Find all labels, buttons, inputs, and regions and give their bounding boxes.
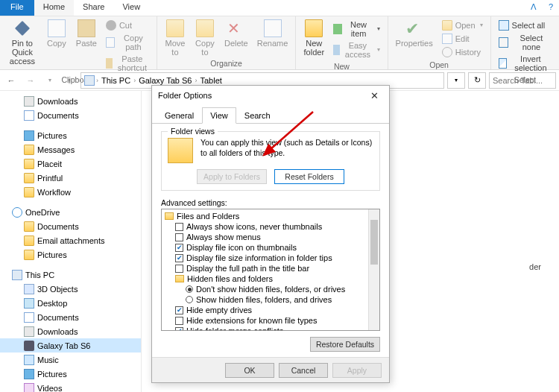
tree-workflow[interactable]: Workflow — [0, 185, 141, 199]
tree-music[interactable]: Music — [0, 353, 141, 367]
advanced-settings-list[interactable]: Files and Folders Always show icons, nev… — [161, 209, 380, 331]
tab-view[interactable]: View — [202, 107, 236, 124]
tree-od-documents[interactable]: Documents — [0, 219, 141, 233]
select-all-button[interactable]: Select all — [497, 19, 553, 31]
open-button[interactable]: Open▾ — [440, 19, 484, 31]
delete-icon: ✕ — [227, 19, 245, 37]
select-none-button[interactable]: Select none — [497, 33, 553, 52]
tree-desktop[interactable]: Desktop — [0, 296, 141, 310]
checkbox-icon[interactable]: ✔ — [175, 327, 183, 332]
videos-icon — [24, 383, 34, 393]
delete-button[interactable]: ✕Delete — [220, 18, 253, 49]
dialog-titlebar[interactable]: Folder Options ✕ — [152, 86, 389, 105]
adv-option[interactable]: Display the full path in the title bar — [165, 263, 378, 274]
scrollbar[interactable] — [368, 209, 379, 330]
tree-od-pictures[interactable]: Pictures — [0, 247, 141, 262]
pc-icon — [84, 75, 95, 86]
folder-icon — [24, 173, 34, 183]
ok-button[interactable]: OK — [225, 363, 274, 378]
checkbox-icon[interactable] — [175, 265, 183, 273]
file-menu[interactable]: File — [0, 0, 34, 16]
crumb-this-pc[interactable]: This PC — [100, 76, 132, 85]
adv-radio[interactable]: Show hidden files, folders, and drives — [165, 294, 378, 305]
copy-button[interactable]: Copy — [42, 18, 72, 49]
rename-button[interactable]: Rename — [253, 18, 293, 49]
checkbox-icon[interactable] — [175, 317, 183, 325]
checkbox-icon[interactable]: ✔ — [175, 306, 183, 314]
new-folder-button[interactable]: New folder — [299, 18, 329, 58]
tree-3d-objects[interactable]: 3D Objects — [0, 282, 141, 296]
tree-documents[interactable]: Documents — [0, 108, 141, 122]
restore-defaults-button[interactable]: Restore Defaults — [310, 337, 380, 352]
tab-view[interactable]: View — [113, 0, 149, 16]
invert-selection-button[interactable]: Invert selection — [497, 54, 553, 73]
radio-icon[interactable] — [186, 285, 193, 293]
help-icon[interactable]: ? — [543, 0, 559, 16]
reset-folders-button[interactable]: Reset Folders — [274, 169, 344, 184]
checkbox-icon[interactable]: ✔ — [175, 254, 183, 262]
tree-printful[interactable]: Printful — [0, 171, 141, 185]
tree-pc-downloads[interactable]: Downloads — [0, 324, 141, 338]
ribbon-collapse-icon[interactable]: ᐱ — [525, 0, 543, 16]
tree-messages[interactable]: Messages — [0, 142, 141, 157]
folder-views-icon — [168, 138, 193, 163]
tree-galaxy-tab[interactable]: Galaxy Tab S6 — [0, 338, 141, 353]
tree-onedrive[interactable]: OneDrive — [0, 205, 141, 219]
back-button[interactable]: ← — [3, 72, 19, 89]
tree-placeit[interactable]: Placeit — [0, 157, 141, 171]
crumb-galaxy[interactable]: Galaxy Tab S6 — [137, 76, 193, 85]
checkbox-icon[interactable] — [175, 223, 183, 231]
adv-option[interactable]: ✔Hide folder merge conflicts — [165, 326, 378, 331]
tree-pc-documents[interactable]: Documents — [0, 310, 141, 324]
refresh-button[interactable]: ▾ — [447, 72, 465, 89]
checkbox-icon[interactable]: ✔ — [175, 244, 183, 252]
refresh-button-2[interactable]: ↻ — [468, 72, 486, 89]
adv-option[interactable]: ✔Display file icon on thumbnails — [165, 242, 378, 253]
adv-option[interactable]: ✔Hide empty drives — [165, 305, 378, 315]
adv-option[interactable]: Always show menus — [165, 232, 378, 242]
scrollbar-thumb[interactable] — [370, 220, 378, 265]
tree-pc-pictures[interactable]: Pictures — [0, 367, 141, 381]
tree-pictures[interactable]: Pictures — [0, 128, 141, 142]
edit-button[interactable]: Edit — [440, 33, 484, 45]
up-button[interactable]: ↑ — [61, 72, 78, 89]
checkbox-icon[interactable] — [175, 233, 183, 241]
tab-share[interactable]: Share — [74, 0, 113, 16]
paste-shortcut-button[interactable]: Paste shortcut — [104, 54, 151, 73]
tree-od-email[interactable]: Email attachments — [0, 233, 141, 247]
new-item-button[interactable]: New item▾ — [332, 19, 381, 39]
adv-option[interactable]: ✔Display file size information in folder… — [165, 253, 378, 263]
search-input[interactable]: Search Tabl... — [489, 72, 556, 89]
copy-path-button[interactable]: Copy path — [104, 33, 151, 52]
copy-to-button[interactable]: Copy to — [190, 18, 220, 58]
move-to-button[interactable]: Move to — [160, 18, 190, 58]
tab-home[interactable]: Home — [34, 0, 74, 16]
recent-button[interactable]: ▾ — [42, 72, 58, 89]
tab-general[interactable]: General — [157, 107, 202, 124]
group-label: New — [334, 61, 350, 72]
history-button[interactable]: History — [440, 46, 484, 58]
tree-this-pc[interactable]: This PC — [0, 268, 141, 282]
tree-videos[interactable]: Videos — [0, 381, 141, 392]
pin-to-quick-access-button[interactable]: Pin to Quick access — [3, 18, 42, 67]
tree-downloads[interactable]: Downloads — [0, 94, 141, 108]
group-label: Organize — [210, 58, 242, 69]
cancel-button[interactable]: Cancel — [279, 363, 328, 378]
adv-option[interactable]: Hide extensions for known file types — [165, 315, 378, 326]
close-icon[interactable]: ✕ — [366, 89, 383, 103]
radio-icon[interactable] — [186, 296, 193, 303]
nav-tree[interactable]: Downloads Documents Pictures Messages Pl… — [0, 91, 142, 392]
paste-button[interactable]: Paste — [72, 18, 101, 49]
properties-icon: ✔ — [405, 19, 423, 37]
properties-button[interactable]: ✔Properties — [391, 18, 438, 49]
apply-to-folders-button[interactable]: Apply to Folders — [197, 169, 267, 184]
crumb-tablet[interactable]: Tablet — [198, 76, 223, 85]
apply-button[interactable]: Apply — [332, 363, 382, 378]
easy-access-button[interactable]: Easy access▾ — [332, 40, 381, 60]
cut-button[interactable]: Cut — [104, 19, 151, 31]
forward-button[interactable]: → — [22, 72, 39, 89]
adv-heading: Files and Folders — [165, 211, 378, 221]
tab-search[interactable]: Search — [236, 107, 279, 124]
adv-radio[interactable]: Don't show hidden files, folders, or dri… — [165, 284, 378, 294]
adv-option[interactable]: Always show icons, never thumbnails — [165, 221, 378, 232]
